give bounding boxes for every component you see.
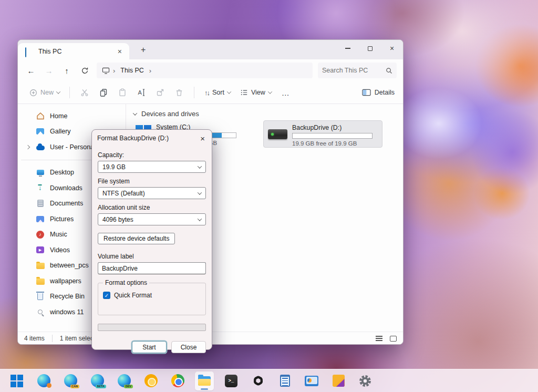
start-button[interactable]: [7, 372, 26, 390]
copy-button[interactable]: [94, 84, 113, 101]
details-view-toggle[interactable]: [376, 336, 382, 341]
allocation-select[interactable]: 4096 bytes: [98, 213, 206, 225]
large-icons-view-toggle[interactable]: [390, 336, 397, 342]
capacity-label: Capacity:: [98, 151, 206, 159]
chevron-down-icon: [198, 216, 202, 221]
drive-name: BackupDrive (D:): [292, 124, 373, 131]
sort-label: Sort: [212, 89, 224, 96]
taskbar-edge-canary[interactable]: CAN: [61, 372, 80, 390]
taskbar-paint[interactable]: [329, 372, 348, 390]
paste-icon: [118, 88, 127, 97]
breadcrumb-this-pc[interactable]: This PC: [118, 66, 146, 75]
view-list-icon: [240, 89, 248, 96]
format-options-group: Format options ✓ Quick Format: [98, 283, 206, 315]
close-window-button[interactable]: ×: [381, 40, 403, 57]
tab-this-pc[interactable]: This PC ×: [18, 43, 129, 59]
taskbar-chatgpt[interactable]: [249, 372, 267, 390]
refresh-button[interactable]: [76, 63, 94, 78]
sidebar-item-label: Music: [50, 231, 67, 238]
filesystem-label: File system: [98, 178, 206, 185]
sort-arrows-icon: ↑↓: [204, 89, 209, 97]
toolbar-divider: [69, 87, 70, 98]
format-progress-bar: [98, 324, 206, 331]
saved-search-icon: [36, 307, 45, 316]
cut-button[interactable]: [75, 84, 94, 101]
taskbar-notepad[interactable]: [275, 372, 294, 390]
filesystem-select[interactable]: NTFS (Default): [98, 187, 206, 199]
notepad-icon: [280, 375, 290, 387]
rename-button[interactable]: A: [132, 84, 151, 101]
sidebar-item-label: wallpapers: [50, 277, 81, 285]
tab-strip: This PC × + ×: [18, 40, 403, 59]
sidebar-item-label: Videos: [50, 246, 70, 254]
sidebar-item-label: Home: [50, 112, 67, 120]
details-pane-button[interactable]: Details: [359, 89, 398, 96]
drive-tile-backupdrive-d[interactable]: BackupDrive (D:) 19.9 GB free of 19.9 GB: [263, 120, 382, 148]
taskbar-chrome-canary[interactable]: [141, 372, 160, 390]
taskbar-chrome[interactable]: [168, 372, 187, 390]
copy-icon: [99, 88, 108, 97]
minimize-button[interactable]: [337, 40, 359, 57]
dialog-close-button[interactable]: ×: [199, 134, 206, 143]
search-icon: [386, 67, 392, 74]
file-explorer-icon: [198, 376, 211, 386]
volume-label: Volume label: [98, 253, 206, 260]
section-title: Devices and drives: [141, 110, 199, 118]
taskbar-settings[interactable]: [356, 372, 375, 390]
quick-format-option[interactable]: ✓ Quick Format: [103, 292, 201, 299]
pictures-icon: [36, 214, 45, 223]
back-button[interactable]: ←: [22, 63, 40, 78]
items-count: 4 items: [24, 335, 45, 342]
navigation-bar: ← → ↑ › This PC ›: [18, 59, 403, 81]
chevron-down-icon: [56, 89, 60, 94]
quick-format-checkbox[interactable]: ✓: [103, 292, 110, 299]
maximize-icon: [368, 46, 373, 51]
sort-button[interactable]: ↑↓ Sort: [200, 84, 235, 101]
start-button[interactable]: Start: [132, 341, 167, 353]
plus-circle-icon: [29, 89, 37, 97]
folder-icon: [36, 276, 45, 285]
search-input[interactable]: [322, 67, 386, 74]
paste-button[interactable]: [113, 84, 132, 101]
sidebar-item-label: windows 11: [50, 308, 84, 316]
tab-close-icon[interactable]: ×: [116, 47, 124, 56]
restore-defaults-button[interactable]: Restore device defaults: [98, 233, 175, 244]
minimize-icon: [345, 48, 350, 48]
videos-icon: ▶: [36, 245, 45, 254]
dialog-title: Format BackupDrive (D:): [97, 135, 199, 142]
sidebar-item-label: Recycle Bin: [50, 293, 85, 300]
capacity-value: 19.9 GB: [102, 163, 126, 171]
documents-icon: [36, 199, 45, 208]
taskbar-edge[interactable]: [34, 372, 53, 390]
delete-button[interactable]: [170, 84, 189, 101]
taskbar-terminal[interactable]: >_: [222, 372, 241, 390]
sidebar-item-label: User - Personal: [50, 143, 96, 151]
address-bar[interactable]: › This PC ›: [97, 63, 313, 78]
view-button[interactable]: View: [235, 84, 276, 101]
chevron-down-icon: [268, 89, 272, 94]
capacity-bar: [292, 133, 373, 139]
new-tab-button[interactable]: +: [141, 45, 146, 55]
maximize-button[interactable]: [359, 40, 381, 57]
chevron-right-icon[interactable]: [26, 145, 30, 149]
taskbar-file-explorer[interactable]: [195, 372, 214, 390]
this-pc-icon: [25, 48, 34, 55]
share-button[interactable]: [151, 84, 170, 101]
section-devices-and-drives[interactable]: Devices and drives: [133, 110, 199, 118]
search-box[interactable]: [318, 63, 397, 78]
see-more-button[interactable]: …: [276, 88, 295, 97]
new-button[interactable]: New: [25, 89, 64, 97]
forward-button[interactable]: →: [40, 63, 58, 78]
taskbar-edge-beta[interactable]: BETA: [88, 372, 107, 390]
capacity-select[interactable]: 19.9 GB: [98, 161, 206, 173]
taskbar-system-monitor[interactable]: [302, 372, 321, 390]
desktop-icon: [36, 168, 45, 177]
taskbar-edge-dev[interactable]: DEV: [115, 372, 133, 390]
up-button[interactable]: ↑: [58, 63, 76, 78]
volume-label-input[interactable]: [98, 262, 206, 274]
this-pc-address-icon: [102, 67, 110, 74]
breadcrumb-chevron: ›: [149, 67, 151, 75]
sidebar-item-home[interactable]: Home: [18, 108, 126, 124]
cut-icon: [80, 88, 89, 97]
close-button[interactable]: Close: [171, 341, 206, 353]
